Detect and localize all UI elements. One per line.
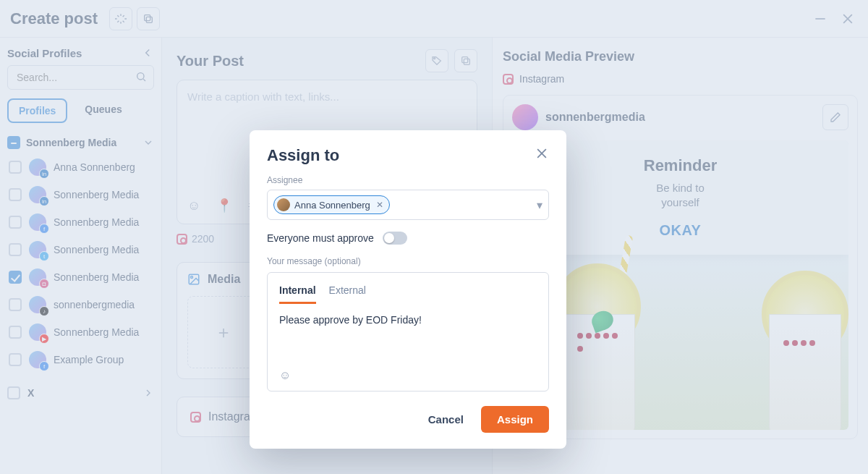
close-icon [535, 146, 549, 161]
message-tab-internal[interactable]: Internal [279, 279, 316, 304]
approve-toggle-label: Everyone must approve [267, 232, 374, 244]
assign-modal: Assign to Assignee Anna Sonnenberg ✕ ▾ E… [250, 130, 566, 449]
chevron-down-icon: ▾ [537, 198, 542, 212]
cancel-button[interactable]: Cancel [424, 406, 468, 433]
message-box: Internal External Please approve by EOD … [267, 272, 549, 392]
message-textarea[interactable]: Please approve by EOD Friday! [268, 304, 548, 369]
chip-name: Anna Sonnenberg [294, 200, 370, 211]
approve-toggle[interactable] [383, 232, 407, 245]
modal-close-button[interactable] [535, 146, 549, 161]
assignee-select[interactable]: Anna Sonnenberg ✕ ▾ [267, 190, 549, 220]
assignee-chip: Anna Sonnenberg ✕ [273, 195, 390, 214]
chip-remove-button[interactable]: ✕ [376, 200, 383, 210]
message-tab-external[interactable]: External [329, 279, 366, 304]
modal-title: Assign to [267, 146, 339, 165]
message-label: Your message (optional) [267, 256, 549, 266]
assignee-label: Assignee [267, 175, 549, 185]
assign-button[interactable]: Assign [481, 406, 549, 433]
emoji-icon[interactable]: ☺ [279, 369, 291, 381]
chip-avatar [277, 198, 290, 211]
